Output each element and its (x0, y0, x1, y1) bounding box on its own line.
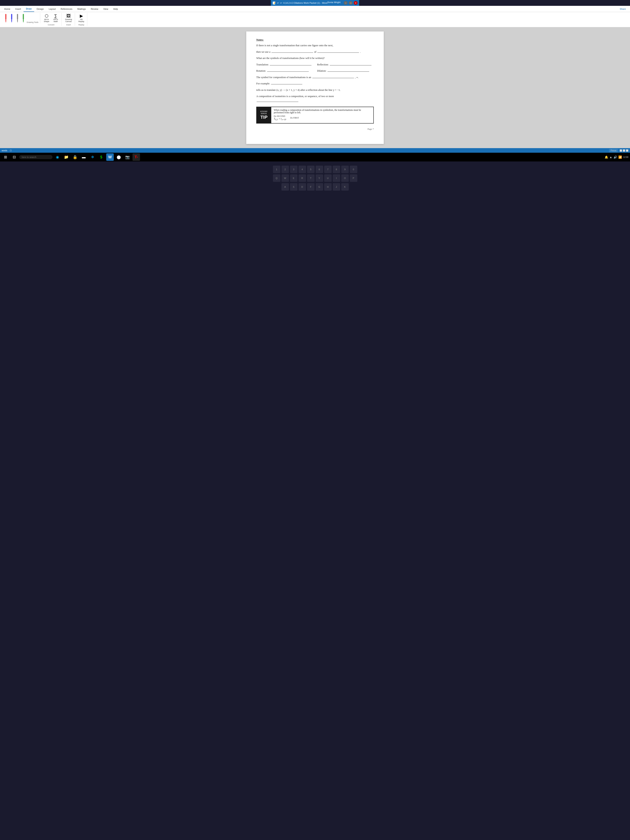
kb-row-numbers: 1 2 3 4 5 6 7 8 9 0 (2, 166, 628, 173)
ink-replay-icon: ▶ (80, 14, 83, 18)
ink-to-math-label: Ink toMath (53, 18, 58, 22)
file-title: 4.14.2.4.3 Dilations Work Packet (1) - W… (283, 2, 327, 4)
focus-button[interactable]: Focus (609, 149, 618, 152)
status-bar: words ☐ Focus ⬜ ⬜ ⬜ (0, 148, 630, 153)
speaker-icon[interactable]: 🔊 (614, 155, 617, 159)
share-button[interactable]: Share (620, 8, 626, 10)
kb-key-9[interactable]: 9 (341, 166, 349, 173)
status-left: words ☐ (2, 149, 12, 152)
kb-key-h[interactable]: H (324, 183, 332, 191)
kb-key-q[interactable]: Q (273, 174, 280, 182)
tab-design[interactable]: Design (34, 6, 46, 12)
taskbar-btn-5[interactable]: ▬ (80, 153, 87, 161)
reflection-blank (330, 63, 371, 65)
drawing-tools-label: Drawing Tools (27, 21, 38, 23)
file-explorer-button[interactable]: 📁 (63, 153, 70, 161)
tab-references[interactable]: References (58, 6, 75, 12)
ink-to-shape-label: Ink toShape (44, 18, 49, 22)
kb-key-3[interactable]: 3 (290, 166, 297, 173)
left-col: Translation: Rotation: (256, 62, 313, 75)
pen-tools-group: Drawing Tools (2, 13, 40, 23)
kb-key-t[interactable]: T (307, 174, 314, 182)
task-view-button[interactable]: ⊟ (10, 153, 18, 161)
tab-review[interactable]: Review (88, 6, 101, 12)
tab-home[interactable]: Home (2, 6, 13, 12)
drawing-canvas-button[interactable]: 🖼 DrawingCanvas (64, 13, 73, 23)
tip-content: When reading a composition of transforma… (274, 109, 371, 114)
edge-button[interactable]: ◉ (54, 153, 61, 161)
kb-key-1[interactable]: 1 (273, 166, 280, 173)
quick-save[interactable]: ↩ (277, 2, 279, 5)
tab-mailings[interactable]: Mailings (75, 6, 88, 12)
kb-key-s[interactable]: S (290, 183, 297, 191)
tab-draw[interactable]: Draw (24, 6, 34, 12)
blank-1 (272, 50, 313, 53)
taskbar-btn-6[interactable]: ❄ (89, 153, 96, 161)
tab-view[interactable]: View (101, 6, 111, 12)
taskbar-btn-9[interactable]: ⬤ (115, 153, 123, 161)
kb-key-i[interactable]: I (333, 174, 340, 182)
kb-key-g[interactable]: G (316, 183, 323, 191)
chevron-up-icon[interactable]: ▲ (609, 155, 612, 159)
svg-marker-2 (5, 21, 6, 23)
minimize-button[interactable]: ─ (344, 1, 347, 5)
word-taskbar-button[interactable]: W (106, 153, 114, 161)
search-input[interactable] (19, 155, 52, 159)
kb-key-2[interactable]: 2 (281, 166, 289, 173)
kb-key-6[interactable]: 6 (316, 166, 323, 173)
kb-key-w[interactable]: W (281, 174, 289, 182)
close-button[interactable]: ✕ (354, 1, 357, 5)
quick-undo[interactable]: ↩ (280, 2, 282, 5)
kb-key-0[interactable]: 0 (350, 166, 357, 173)
reflection-row: Reflection: (317, 62, 374, 67)
tab-layout[interactable]: Layout (46, 6, 58, 12)
t-button[interactable]: T6 (133, 153, 140, 161)
composition-blank (312, 75, 354, 78)
tab-help[interactable]: Help (111, 6, 120, 12)
pen-tool-1[interactable] (3, 13, 8, 23)
isometries-blank (257, 99, 298, 102)
start-button[interactable]: ⊞ (2, 153, 9, 161)
taskbar-btn-7[interactable]: $ (98, 153, 105, 161)
pen-tool-2[interactable] (9, 13, 14, 23)
kb-key-r[interactable]: R (298, 174, 306, 182)
study-tip-right: When reading a composition of transforma… (271, 107, 373, 123)
convert-group-items: ⬡ Ink toShape ∑ Ink toMath (42, 13, 60, 23)
right-col: Reflection: Dilation: (317, 62, 374, 75)
tip-label: TIP (261, 115, 267, 120)
for-example-blank (271, 82, 302, 84)
kb-key-e[interactable]: E (290, 174, 297, 182)
kb-key-4[interactable]: 4 (298, 166, 306, 173)
kb-key-5[interactable]: 5 (307, 166, 314, 173)
kb-key-a[interactable]: A (281, 183, 289, 191)
kb-key-d[interactable]: D (298, 183, 306, 191)
svg-rect-7 (17, 19, 18, 21)
taskbar-right: 🔔 ▲ 🔊 📶 12:00 (605, 155, 628, 159)
kb-key-j[interactable]: J (333, 183, 340, 191)
drawing-canvas-icon: 🖼 (66, 14, 71, 18)
kb-key-u[interactable]: U (324, 174, 332, 182)
ink-replay-button[interactable]: ▶ InkReplay (77, 13, 85, 23)
ribbon-tabs: Home Insert Draw Design Layout Reference… (0, 6, 630, 12)
kb-key-7[interactable]: 7 (324, 166, 332, 173)
maximize-button[interactable]: □ (349, 1, 352, 5)
kb-key-p[interactable]: P (350, 174, 357, 182)
convert-group: ⬡ Ink toShape ∑ Ink toMath Convert (41, 13, 62, 26)
network-icon[interactable]: 📶 (618, 155, 622, 159)
kb-key-y[interactable]: Y (316, 174, 323, 182)
kb-key-8[interactable]: 8 (333, 166, 340, 173)
title-bar: 📝 ↩ ↩ 4.14.2.4.3 Dilations Work Packet (… (271, 0, 359, 6)
camera-button[interactable]: 📷 (124, 153, 131, 161)
notification-icon[interactable]: 🔔 (605, 155, 608, 159)
kb-key-k[interactable]: K (341, 183, 349, 191)
ink-to-math-button[interactable]: ∑ Ink toMath (52, 13, 60, 23)
kb-key-f[interactable]: F (307, 183, 314, 191)
ink-to-shape-button[interactable]: ⬡ Ink toShape (42, 13, 51, 23)
tab-insert[interactable]: Insert (13, 6, 24, 12)
pen-tool-3[interactable] (15, 13, 20, 23)
pen-tool-4[interactable] (21, 13, 26, 23)
drawing-canvas-label: DrawingCanvas (65, 18, 72, 22)
symbols-grid: Translation: Rotation: Reflection: (256, 62, 374, 75)
lock-button[interactable]: 🔒 (71, 153, 79, 161)
kb-key-o[interactable]: O (341, 174, 349, 182)
